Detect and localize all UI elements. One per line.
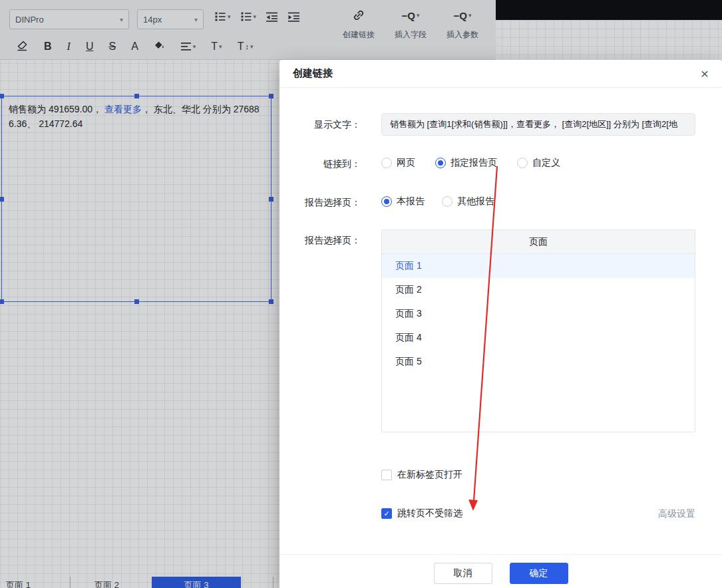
report-scope-options: 本报告 其他报告: [381, 196, 494, 208]
radio-other-report[interactable]: 其他报告: [442, 196, 494, 208]
check-icon: ✓: [383, 510, 389, 518]
page-select-table: 页面 页面 1 页面 2 页面 3 页面 4 页面 5: [381, 229, 695, 432]
radio-icon: [381, 158, 392, 168]
radio-other-report-label: 其他报告: [457, 196, 494, 208]
radio-custom[interactable]: 自定义: [517, 157, 560, 169]
open-new-tab-label: 在新标签页打开: [397, 469, 462, 481]
radio-webpage-label: 网页: [397, 157, 415, 169]
dialog-header: 创建链接 ×: [279, 60, 722, 88]
app-screen: 销售额为 491659.00， 查看更多， 东北、华北 分别为 276886.3…: [0, 0, 722, 588]
cancel-button[interactable]: 取消: [434, 563, 492, 584]
radio-report-page[interactable]: 指定报告页: [435, 157, 497, 169]
display-text-input[interactable]: 销售额为 [查询1[求和(销售额)]]，查看更多， [查询2[地区]] 分别为 …: [381, 113, 695, 136]
dialog-title: 创建链接: [293, 67, 333, 80]
radio-icon: [442, 196, 452, 207]
create-link-dialog: 创建链接 × 显示文字： 销售额为 [查询1[求和(销售额)]]，查看更多， […: [279, 60, 722, 588]
page-row-1-selected[interactable]: 页面 1: [382, 254, 695, 278]
close-icon[interactable]: ×: [701, 67, 709, 80]
display-text-label: 显示文字：: [279, 119, 361, 131]
page-row-2[interactable]: 页面 2: [382, 278, 695, 302]
link-to-label: 链接到：: [279, 158, 361, 170]
radio-webpage[interactable]: 网页: [381, 157, 415, 169]
report-scope-label: 报告选择页：: [279, 197, 361, 209]
no-filter-checkbox[interactable]: ✓ 跳转页不受筛选: [381, 508, 462, 519]
page-table-header: 页面: [382, 230, 695, 254]
radio-this-report[interactable]: 本报告: [381, 196, 425, 208]
page-row-3[interactable]: 页面 3: [382, 302, 695, 326]
checkbox-unchecked-icon: [381, 470, 392, 480]
page-row-5[interactable]: 页面 5: [382, 350, 695, 374]
checkbox-checked-icon: ✓: [381, 508, 392, 519]
radio-checked-icon: [435, 158, 446, 168]
no-filter-label: 跳转页不受筛选: [397, 508, 462, 519]
page-row-4[interactable]: 页面 4: [382, 326, 695, 350]
dialog-footer: 取消 确定: [279, 554, 722, 584]
link-to-options: 网页 指定报告页 自定义: [381, 157, 560, 169]
radio-report-page-label: 指定报告页: [451, 157, 497, 169]
page-select-label: 报告选择页：: [279, 235, 361, 247]
ok-button[interactable]: 确定: [510, 563, 568, 584]
radio-icon: [517, 158, 528, 168]
radio-custom-label: 自定义: [532, 157, 560, 169]
radio-checked-icon: [381, 196, 392, 207]
advanced-settings-link[interactable]: 高级设置: [658, 508, 695, 520]
open-new-tab-checkbox[interactable]: 在新标签页打开: [381, 469, 462, 481]
radio-this-report-label: 本报告: [397, 196, 425, 208]
